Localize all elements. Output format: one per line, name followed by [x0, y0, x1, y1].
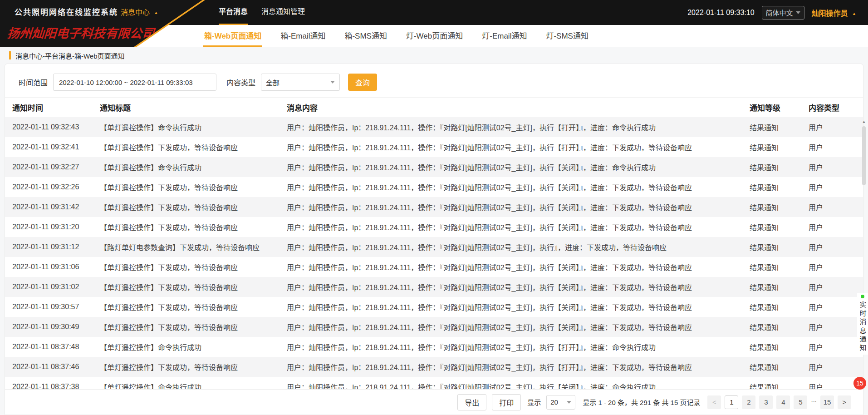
- cell-time: 2022-01-11 09:31:20: [5, 217, 93, 237]
- caret-up-icon: ▲: [852, 11, 856, 16]
- table-row[interactable]: 2022-01-11 09:31:06【单灯遥控操作】下发成功，等待设备响应用户…: [5, 257, 863, 277]
- table-row[interactable]: 2022-01-11 09:32:43【单灯遥控操作】命令执行成功用户：灿阳操作…: [5, 117, 863, 137]
- table-row[interactable]: 2022-01-11 09:32:27【单灯遥控操作】命令执行成功用户：灿阳操作…: [5, 157, 863, 177]
- cell-content: 用户：灿阳操作员，Ip：218.91.24.111，操作：『对路灯[灿阳测试02…: [280, 117, 742, 137]
- table-row[interactable]: 2022-01-11 09:31:20【单灯遥控操作】下发成功，等待设备响应用户…: [5, 217, 863, 237]
- cell-content: 用户：灿阳操作员，Ip：218.91.24.111，操作：『对路灯[灿阳测试02…: [280, 357, 742, 377]
- cell-time: 2022-01-11 09:30:57: [5, 297, 93, 317]
- cell-title: 【单灯遥控操作】命令执行成功: [93, 337, 280, 357]
- query-button[interactable]: 查询: [348, 74, 377, 91]
- tab-2[interactable]: 箱-SMS通知: [343, 25, 388, 47]
- table-row[interactable]: 2022-01-11 09:32:41【单灯遥控操作】下发成功，等待设备响应用户…: [5, 137, 863, 157]
- cell-time: 2022-01-11 09:32:26: [5, 177, 93, 197]
- scrollbar-thumb[interactable]: [862, 126, 866, 185]
- page-button-15[interactable]: 15: [820, 395, 834, 409]
- cell-level: 结果通知: [742, 157, 801, 177]
- cell-level: 结果通知: [742, 217, 801, 237]
- cell-level: 结果通知: [742, 357, 801, 377]
- table-row[interactable]: 2022-01-11 09:30:49【单灯遥控操作】下发成功，等待设备响应用户…: [5, 317, 863, 337]
- notifications-table: 通知时间通知标题消息内容通知等级内容类型 2022-01-11 09:32:43…: [5, 97, 863, 397]
- table-row[interactable]: 2022-01-11 08:37:48【单灯遥控操作】命令执行成功用户：灿阳操作…: [5, 337, 863, 357]
- tab-4[interactable]: 灯-Email通知: [481, 25, 528, 47]
- table-row[interactable]: 2022-01-11 09:31:12【路灯单灯电参数查询】下发成功，等待设备响…: [5, 237, 863, 257]
- cell-title: 【单灯遥控操作】下发成功，等待设备响应: [93, 217, 280, 237]
- cell-level: 结果通知: [742, 177, 801, 197]
- page-buttons: 12345...15: [725, 395, 834, 409]
- topnav-platform-messages[interactable]: 平台消息: [219, 0, 248, 25]
- cell-time: 2022-01-11 09:32:41: [5, 137, 93, 157]
- cell-title: 【单灯遥控操作】下发成功，等待设备响应: [93, 317, 280, 337]
- table-row[interactable]: 2022-01-11 09:30:57【单灯遥控操作】下发成功，等待设备响应用户…: [5, 297, 863, 317]
- system-title: 公共照明网络在线监控系统: [15, 0, 118, 25]
- cell-content: 用户：灿阳操作员，Ip：218.91.24.111，操作：『对路灯[灿阳测试02…: [280, 277, 742, 297]
- cell-time: 2022-01-11 09:30:49: [5, 317, 93, 337]
- cell-title: 【单灯遥控操作】命令执行成功: [93, 157, 280, 177]
- username-label: 灿阳操作员: [812, 10, 848, 17]
- cell-type: 用户: [801, 137, 863, 157]
- table-header-row: 通知时间通知标题消息内容通知等级内容类型: [5, 98, 863, 117]
- message-center-menu[interactable]: 消息中心 ▲: [121, 0, 158, 25]
- cell-level: 结果通知: [742, 197, 801, 217]
- time-range-input[interactable]: [53, 74, 216, 91]
- cell-content: 用户：灿阳操作员，Ip：218.91.24.111，操作：『对路灯[灿阳测试02…: [280, 237, 742, 257]
- cell-time: 2022-01-11 09:31:12: [5, 237, 93, 257]
- company-logo: 扬州灿阳电子科技有限公司: [7, 24, 155, 41]
- language-select[interactable]: 简体中文: [762, 6, 804, 20]
- cell-content: 用户：灿阳操作员，Ip：218.91.24.111，操作：『对路灯[灿阳测试02…: [280, 137, 742, 157]
- cell-title: 【单灯遥控操作】命令执行成功: [93, 117, 280, 137]
- cell-type: 用户: [801, 357, 863, 377]
- cell-type: 用户: [801, 237, 863, 257]
- cell-level: 结果通知: [742, 137, 801, 157]
- cell-time: 2022-01-11 08:37:46: [5, 357, 93, 377]
- tab-5[interactable]: 灯-SMS通知: [545, 25, 589, 47]
- cell-content: 用户：灿阳操作员，Ip：218.91.24.111，操作：『对路灯[灿阳测试02…: [280, 337, 742, 357]
- page-button-3[interactable]: 3: [759, 395, 773, 409]
- prev-page-button[interactable]: <: [707, 395, 721, 409]
- cell-type: 用户: [801, 157, 863, 177]
- page-size-select[interactable]: 20: [546, 395, 575, 410]
- tab-3[interactable]: 灯-Web页面通知: [405, 25, 464, 47]
- chevron-down-icon: [330, 81, 335, 84]
- next-page-button[interactable]: >: [838, 395, 851, 409]
- cell-content: 用户：灿阳操作员，Ip：218.91.24.111，操作：『对路灯[灿阳测试02…: [280, 157, 742, 177]
- cell-content: 用户：灿阳操作员，Ip：218.91.24.111，操作：『对路灯[灿阳测试02…: [280, 177, 742, 197]
- tab-0[interactable]: 箱-Web页面通知: [203, 25, 262, 47]
- cell-time: 2022-01-11 09:31:06: [5, 257, 93, 277]
- print-button[interactable]: 打印: [492, 394, 521, 410]
- content-type-label: 内容类型: [226, 77, 255, 88]
- column-header: 消息内容: [280, 98, 742, 117]
- cell-content: 用户：灿阳操作员，Ip：218.91.24.111，操作：『对路灯[灿阳测试02…: [280, 297, 742, 317]
- column-header: 内容类型: [801, 98, 863, 117]
- clock: 2022-01-11 09:33:10: [687, 9, 754, 17]
- cell-level: 结果通知: [742, 297, 801, 317]
- page-button-4[interactable]: 4: [776, 395, 790, 409]
- cell-title: 【单灯遥控操作】下发成功，等待设备响应: [93, 257, 280, 277]
- topnav-notification-management[interactable]: 消息通知管理: [261, 0, 305, 25]
- cell-title: 【单灯遥控操作】下发成功，等待设备响应: [93, 357, 280, 377]
- column-header: 通知等级: [742, 98, 801, 117]
- display-label: 显示: [527, 397, 541, 407]
- unread-count-badge[interactable]: 15: [853, 377, 866, 390]
- realtime-message-widget[interactable]: 实时消息通知: [857, 293, 868, 355]
- cell-time: 2022-01-11 09:31:02: [5, 277, 93, 297]
- page-button-2[interactable]: 2: [742, 395, 755, 409]
- cell-content: 用户：灿阳操作员，Ip：218.91.24.111，操作：『对路灯[灿阳测试02…: [280, 317, 742, 337]
- page-button-1[interactable]: 1: [725, 395, 738, 409]
- cell-time: 2022-01-11 09:32:27: [5, 157, 93, 177]
- column-header: 通知时间: [5, 98, 93, 117]
- table-row[interactable]: 2022-01-11 09:31:02【单灯遥控操作】下发成功，等待设备响应用户…: [5, 277, 863, 297]
- user-menu[interactable]: 灿阳操作员 ▲: [812, 7, 856, 18]
- page-ellipsis: ...: [811, 395, 817, 409]
- table-row[interactable]: 2022-01-11 09:31:42【单灯遥控操作】下发成功，等待设备响应用户…: [5, 197, 863, 217]
- export-button[interactable]: 导出: [457, 394, 486, 410]
- page-button-5[interactable]: 5: [794, 395, 807, 409]
- table-row[interactable]: 2022-01-11 08:37:46【单灯遥控操作】下发成功，等待设备响应用户…: [5, 357, 863, 377]
- table-row[interactable]: 2022-01-11 09:32:26【单灯遥控操作】下发成功，等待设备响应用户…: [5, 177, 863, 197]
- cell-level: 结果通知: [742, 237, 801, 257]
- tab-1[interactable]: 箱-Email通知: [280, 25, 326, 47]
- cell-type: 用户: [801, 297, 863, 317]
- cell-type: 用户: [801, 257, 863, 277]
- page-size-value: 20: [550, 398, 558, 406]
- scroll-up-icon[interactable]: ▲: [861, 119, 867, 124]
- content-type-select[interactable]: 全部: [261, 74, 340, 91]
